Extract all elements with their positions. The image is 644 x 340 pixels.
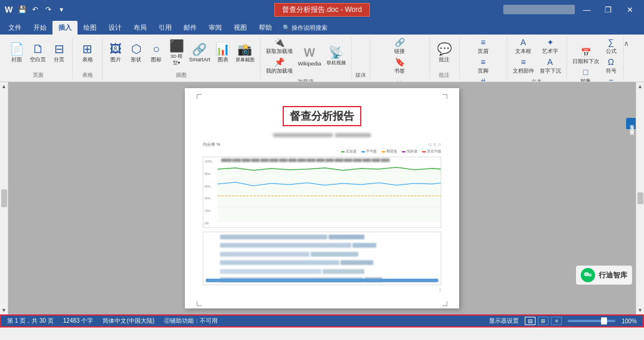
scroll-thumb[interactable]: [1, 189, 7, 207]
bar-4b: [340, 260, 373, 265]
legend-dot-2: [361, 151, 365, 152]
corner-mark-br: [442, 301, 447, 306]
page-number-icon: #: [481, 77, 485, 82]
link-button[interactable]: 🔗 链接: [387, 37, 412, 56]
screenshot-button[interactable]: 📸 屏幕截图: [234, 39, 256, 67]
icons-button[interactable]: ○ 图标: [147, 39, 166, 67]
document-page: 督查分析报告 均分率 % ⊙ ⊙ ⊙ 近似值: [185, 88, 459, 308]
ribbon-tabs: 文件 开始 插入 绘图 设计 布局 引用 邮件 审阅 视图 帮助 🔍 操作说明搜…: [0, 19, 644, 35]
shapes-button[interactable]: ⬡ 形状: [126, 39, 145, 67]
cover-page-button[interactable]: 📄 封面: [7, 39, 26, 67]
picture-button[interactable]: 🖼 图片: [106, 39, 125, 67]
ribbon-group-symbols: 📅 日期和下次 □ 对象 ∑ 公式 Ω 符号 ≡: [567, 37, 624, 79]
doc-parts-button[interactable]: ≡ 文档部件: [511, 57, 536, 76]
tab-home[interactable]: 开始: [27, 21, 52, 35]
vertical-scrollbar-right[interactable]: ▲ ▼: [636, 82, 644, 314]
wikipedia-button[interactable]: W Wikipedia: [296, 42, 323, 71]
tab-design[interactable]: 设计: [103, 21, 128, 35]
comments-buttons: 💬 批注: [435, 37, 454, 70]
ribbon-group-links: 🔗 链接 🔖 书签 ↔ 交叉引用 链接: [370, 37, 430, 79]
sidebar-right-panel[interactable]: 等 复 评 审 核 复: [626, 118, 636, 129]
ribbon-group-pages: 📄 封面 🗋 空白页 ⊟ 分页 页面: [4, 37, 73, 79]
svg-point-9: [586, 274, 586, 275]
bar-5: [220, 269, 321, 274]
document-title-text: 督查分析报告.doc - Word: [282, 5, 362, 14]
more-quick-button[interactable]: ▾: [55, 4, 67, 15]
dropcap-button[interactable]: A 首字下沉: [538, 57, 563, 76]
table-button[interactable]: ⊞ 表格: [78, 39, 97, 67]
numbering-button[interactable]: ≡ 编号: [603, 76, 620, 82]
blank-page-icon: 🗋: [32, 43, 44, 55]
collapse-ribbon-button[interactable]: ∧: [624, 39, 629, 48]
date-time-button[interactable]: 📅 日期和下次: [571, 47, 601, 66]
tab-layout[interactable]: 布局: [128, 21, 153, 35]
zoom-slider[interactable]: [568, 320, 615, 322]
bar-3b: [311, 252, 358, 257]
pages-buttons: 📄 封面 🗋 空白页 ⊟ 分页: [7, 37, 69, 70]
scroll-thumb-right[interactable]: [637, 192, 643, 204]
read-mode-button[interactable]: ⊞: [538, 317, 549, 325]
bar-row-1: [220, 235, 438, 239]
3d-models-button[interactable]: ⬛ 3D 模型▾: [167, 39, 186, 67]
document-title-area: 督查分析报告: [203, 106, 441, 126]
tab-search[interactable]: 🔍 操作说明搜索: [278, 21, 332, 35]
page-break-button[interactable]: ⊟ 分页: [49, 39, 69, 67]
scroll-down-right[interactable]: ▼: [636, 306, 645, 314]
y-axis: 100% 80% 60% 40% 20% 0%: [203, 157, 218, 227]
blank-page-button[interactable]: 🗋 空白页: [28, 39, 48, 67]
tab-references[interactable]: 引用: [153, 21, 178, 35]
object-button[interactable]: □ 对象: [571, 67, 601, 83]
online-video-button[interactable]: 📡 联机视频: [325, 42, 348, 71]
bookmark-button[interactable]: 🔖 书签: [387, 57, 412, 76]
footer-button[interactable]: ≡ 页脚: [475, 57, 491, 76]
bar-1b: [329, 235, 364, 239]
icons-icon: ○: [153, 43, 160, 55]
minimize-button[interactable]: —: [577, 4, 596, 15]
quick-access-toolbar: W 💾 ↶ ↷ ▾: [5, 4, 67, 15]
close-button[interactable]: ✕: [620, 4, 639, 15]
vertical-scrollbar-left[interactable]: ▲ ▼: [0, 82, 8, 314]
tab-file[interactable]: 文件: [2, 21, 27, 35]
addins-buttons: 🔌 获取加载项 📌 我的加载项 W Wikipedia 📡 联机视频: [264, 37, 348, 77]
media-group-label: 媒体: [355, 70, 366, 79]
display-settings[interactable]: 显示器设置: [489, 317, 519, 325]
picture-icon: 🖼: [110, 43, 122, 55]
page-number-button[interactable]: # 页码: [475, 76, 491, 82]
legend-item-1: 近似值: [341, 149, 357, 154]
scroll-down-button[interactable]: ▼: [0, 306, 8, 314]
print-layout-button[interactable]: ▤: [525, 317, 535, 325]
ribbon-group-comments: 💬 批注 批注: [430, 37, 460, 79]
line-chart: 100% 80% 60% 40% 20% 0%: [203, 157, 441, 228]
chart-button[interactable]: 📊 图表: [213, 39, 233, 67]
tab-mail[interactable]: 邮件: [178, 21, 203, 35]
comment-button[interactable]: 💬 批注: [435, 39, 454, 67]
chart-y-label: 均分率 %: [203, 142, 220, 148]
undo-button[interactable]: ↶: [29, 4, 41, 15]
legend-dot-3: [382, 151, 385, 152]
textbox-button[interactable]: A 文本框: [511, 37, 536, 56]
tab-draw[interactable]: 绘图: [78, 21, 103, 35]
corner-mark-tr: [442, 94, 447, 99]
scroll-up-button[interactable]: ▲: [0, 82, 8, 91]
scroll-up-right[interactable]: ▲: [636, 82, 645, 91]
crossref-button[interactable]: ↔ 交叉引用: [387, 76, 412, 82]
header-button[interactable]: ≡ 页眉: [475, 37, 491, 56]
zoom-level: 100%: [621, 318, 637, 325]
wordart-button[interactable]: ✦ 艺术字: [538, 37, 563, 56]
save-button[interactable]: 💾: [16, 4, 28, 15]
web-layout-button[interactable]: ≡: [551, 317, 562, 325]
zoom-thumb[interactable]: [601, 317, 607, 325]
redo-button[interactable]: ↷: [42, 4, 54, 15]
symbol-button[interactable]: Ω 符号: [603, 57, 620, 76]
tab-view[interactable]: 视图: [228, 21, 253, 35]
tab-review[interactable]: 审阅: [203, 21, 228, 35]
my-addins-button[interactable]: 📌 我的加载项: [264, 57, 295, 76]
tab-help[interactable]: 帮助: [253, 21, 278, 35]
chart-area: 均分率 % ⊙ ⊙ ⊙ 近似值 平均值 期望值: [203, 142, 441, 292]
tab-insert[interactable]: 插入: [52, 21, 78, 35]
equation-button[interactable]: ∑ 公式: [603, 37, 620, 56]
smartart-button[interactable]: 🔗 SmartArt: [187, 39, 212, 67]
get-addins-button[interactable]: 🔌 获取加载项: [264, 37, 295, 56]
restore-button[interactable]: ❐: [599, 4, 618, 15]
cover-icon: 📄: [10, 43, 24, 55]
